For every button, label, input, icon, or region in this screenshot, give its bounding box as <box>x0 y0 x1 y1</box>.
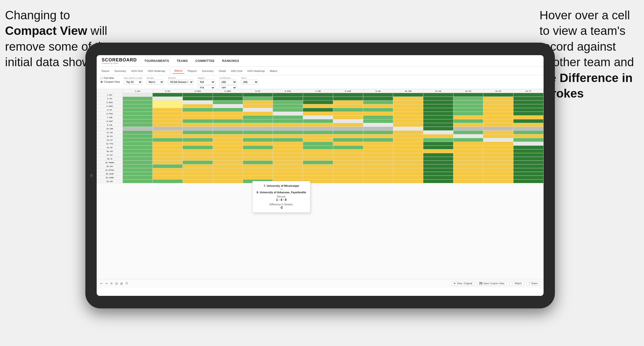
matrix-cell[interactable] <box>123 108 153 112</box>
tab-h2h-heatmap-right[interactable]: H2H Heatmap <box>245 68 267 73</box>
matrix-cell[interactable] <box>333 104 363 108</box>
matrix-cell[interactable] <box>213 172 243 176</box>
matrix-cell[interactable] <box>273 149 303 153</box>
matrix-cell[interactable] <box>273 112 303 116</box>
matrix-cell[interactable] <box>273 176 303 180</box>
matrix-cell[interactable] <box>483 161 513 164</box>
matrix-cell[interactable] <box>333 116 363 119</box>
matrix-cell[interactable] <box>153 164 183 168</box>
matrix-cell[interactable] <box>303 131 333 134</box>
matrix-cell[interactable] <box>273 123 303 127</box>
matrix-cell[interactable] <box>333 119 363 123</box>
matrix-cell[interactable] <box>183 172 213 176</box>
table-row[interactable]: 23. UNM <box>97 176 544 180</box>
matrix-cell[interactable] <box>243 112 273 116</box>
matrix-cell[interactable] <box>243 104 273 108</box>
matrix-cell[interactable] <box>363 149 393 153</box>
matrix-cell[interactable] <box>513 112 544 116</box>
matrix-cell[interactable] <box>333 164 363 168</box>
matrix-cell[interactable] <box>363 161 393 164</box>
matrix-cell[interactable] <box>303 168 333 172</box>
matrix-cell[interactable] <box>333 93 363 97</box>
matrix-cell[interactable] <box>243 108 273 112</box>
matrix-cell[interactable] <box>513 101 544 104</box>
matrix-cell[interactable] <box>513 97 544 101</box>
matrix-cell[interactable] <box>153 157 183 161</box>
matrix-cell[interactable] <box>423 104 453 108</box>
matrix-cell[interactable] <box>333 153 363 157</box>
matrix-cell[interactable] <box>453 146 483 149</box>
matrix-cell[interactable] <box>123 104 153 108</box>
matrix-cell[interactable] <box>513 146 544 149</box>
matrix-cell[interactable] <box>303 93 333 97</box>
matrix-cell[interactable] <box>453 108 483 112</box>
matrix-cell[interactable] <box>123 131 153 134</box>
matrix-cell[interactable] <box>483 168 513 172</box>
matrix-cell[interactable] <box>213 119 243 123</box>
matrix-cell[interactable] <box>423 153 453 157</box>
matrix-cell[interactable] <box>423 180 453 183</box>
matrix-cell[interactable] <box>213 101 243 104</box>
matrix-cell[interactable] <box>183 101 213 104</box>
matrix-cell[interactable] <box>123 161 153 164</box>
matrix-cell[interactable] <box>363 97 393 101</box>
matrix-cell[interactable] <box>303 157 333 161</box>
matrix-cell[interactable] <box>243 153 273 157</box>
matrix-cell[interactable] <box>333 149 363 153</box>
matrix-cell[interactable] <box>483 127 513 131</box>
matrix-cell[interactable] <box>453 104 483 108</box>
matrix-cell[interactable] <box>423 97 453 101</box>
table-row[interactable]: 11. UA <box>97 131 544 134</box>
matrix-cell[interactable] <box>333 108 363 112</box>
matrix-cell[interactable] <box>123 97 153 101</box>
matrix-cell[interactable] <box>153 168 183 172</box>
matrix-cell[interactable] <box>333 97 363 101</box>
matrix-cell[interactable] <box>213 153 243 157</box>
matrix-cell[interactable] <box>243 116 273 119</box>
matrix-cell[interactable] <box>483 149 513 153</box>
matrix-cell[interactable] <box>363 112 393 116</box>
matrix-cell[interactable] <box>183 180 213 183</box>
matrix-cell[interactable] <box>393 116 423 119</box>
matrix-cell[interactable] <box>483 93 513 97</box>
matrix-cell[interactable] <box>153 93 183 97</box>
matrix-cell[interactable] <box>213 176 243 180</box>
matrix-cell[interactable] <box>423 142 453 146</box>
matrix-cell[interactable] <box>153 123 183 127</box>
matrix-cell[interactable] <box>213 123 243 127</box>
matrix-cell[interactable] <box>303 119 333 123</box>
matrix-cell[interactable] <box>273 157 303 161</box>
matrix-cell[interactable] <box>303 164 333 168</box>
matrix-cell[interactable] <box>513 116 544 119</box>
nav-tournaments[interactable]: TOURNAMENTS <box>144 59 169 63</box>
matrix-cell[interactable] <box>123 123 153 127</box>
matrix-cell[interactable] <box>123 172 153 176</box>
matrix-cell[interactable] <box>423 108 453 112</box>
matrix-cell[interactable] <box>363 176 393 180</box>
table-row[interactable]: 24. UO <box>97 180 544 183</box>
matrix-cell[interactable] <box>333 180 363 183</box>
conference-select[interactable]: (All) <box>219 80 237 84</box>
matrix-cell[interactable] <box>123 153 153 157</box>
matrix-cell[interactable] <box>273 116 303 119</box>
matrix-cell[interactable] <box>393 153 423 157</box>
matrix-cell[interactable] <box>243 168 273 172</box>
matrix-cell[interactable] <box>333 157 363 161</box>
matrix-cell[interactable] <box>363 157 393 161</box>
matrix-cell[interactable] <box>393 146 423 149</box>
matrix-cell[interactable] <box>393 123 423 127</box>
matrix-cell[interactable] <box>213 180 243 183</box>
matrix-cell[interactable] <box>393 134 423 138</box>
tab-h2h-heatmap-left[interactable]: H2H Heatmap <box>146 68 167 73</box>
matrix-cell[interactable] <box>213 93 243 97</box>
matrix-cell[interactable] <box>363 142 393 146</box>
matrix-cell[interactable] <box>453 176 483 180</box>
matrix-cell[interactable] <box>363 134 393 138</box>
matrix-cell[interactable] <box>453 153 483 157</box>
matrix-cell[interactable] <box>273 97 303 101</box>
matrix-cell[interactable] <box>453 180 483 183</box>
matrix-cell[interactable] <box>183 119 213 123</box>
matrix-cell[interactable] <box>213 142 243 146</box>
matrix-cell[interactable] <box>453 119 483 123</box>
matrix-cell[interactable] <box>513 176 544 180</box>
